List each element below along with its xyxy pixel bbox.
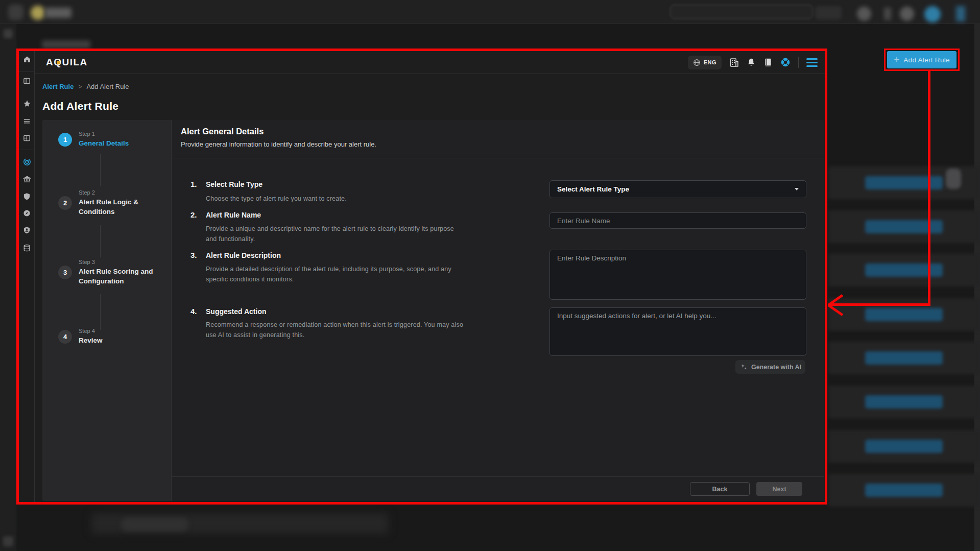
step-label: Step 1: [79, 131, 158, 137]
step-title: Review: [79, 336, 158, 345]
stepper-connector: [100, 225, 101, 257]
logo-part: A: [46, 57, 54, 68]
blurred-avatar: [924, 6, 941, 22]
item-description: Provide a detailed description of the al…: [206, 264, 464, 284]
blurred-table-row: [828, 386, 980, 418]
sidebar-divider: [19, 150, 35, 150]
breadcrumb-alert-rule[interactable]: Alert Rule: [42, 83, 74, 90]
item-number: 3.: [190, 251, 197, 259]
rule-name-input[interactable]: [549, 212, 806, 229]
annotation-highlight-rect: [884, 49, 960, 71]
step-number-badge: 1: [58, 133, 72, 147]
item-label-rule-type: Select Rule Type: [206, 180, 262, 188]
sidebar-item-compliance[interactable]: [19, 206, 35, 220]
sidebar-item-identity[interactable]: [19, 223, 35, 236]
home-icon: [23, 55, 31, 63]
modal-icon-sidebar: [19, 51, 35, 502]
item-description: Provide a unique and descriptive name fo…: [206, 224, 464, 244]
suggested-action-textarea[interactable]: [549, 307, 806, 356]
dashboard-grid-icon: [23, 134, 31, 142]
back-button[interactable]: Back: [690, 482, 750, 496]
background-sidebar: [0, 24, 16, 551]
sidebar-item-list[interactable]: [19, 114, 35, 128]
rule-description-textarea[interactable]: [549, 250, 806, 300]
sidebar-item-panels[interactable]: [19, 74, 35, 87]
sidebar-item-favorites[interactable]: [19, 97, 35, 110]
sidebar-item-alert-rules-active[interactable]: [19, 155, 35, 169]
sidebar-item-data[interactable]: [19, 241, 35, 254]
wizard-footer: Back Next: [172, 476, 824, 501]
blurred-table-row: [828, 430, 980, 463]
logo-q-with-eye: Q: [54, 57, 62, 68]
blurred-table-row: [828, 254, 980, 286]
form-title: Alert General Details: [181, 127, 264, 136]
layout-panel-icon: [23, 77, 31, 85]
blurred-blue-action: [865, 395, 943, 409]
step-label: Step 4: [79, 328, 158, 334]
item-number: 4.: [190, 307, 197, 316]
breadcrumb: Alert Rule > Add Alert Rule: [42, 83, 129, 90]
item-description: Choose the type of alert rule you want t…: [206, 194, 464, 204]
item-description: Recommend a response or remediation acti…: [206, 320, 464, 340]
item-label-rule-description: Alert Rule Description: [206, 251, 281, 259]
generate-with-ai-label: Generate with AI: [751, 364, 801, 371]
menu-icon[interactable]: [806, 58, 818, 67]
blurred-table-row: [828, 342, 980, 374]
blurred-toolbar-pill: [815, 6, 842, 19]
modal-header: AQUILA ENG: [35, 51, 825, 74]
ai-sparkle-icon: [739, 363, 748, 371]
organization-icon[interactable]: [729, 58, 739, 67]
sidebar-item-security[interactable]: [19, 189, 35, 203]
generate-with-ai-button[interactable]: Generate with AI: [735, 360, 805, 374]
blurred-logo-text: [45, 8, 71, 18]
item-label-suggested-action: Suggested Action: [206, 307, 267, 316]
sidebar-item-home[interactable]: [19, 53, 35, 66]
blurred-logo-mark: [31, 6, 45, 20]
step-title: Alert Rule Logic & Conditions: [79, 197, 158, 217]
user-shield-icon: [23, 226, 31, 234]
blurred-menu-icon: [8, 5, 23, 20]
sidebar-item-institution[interactable]: [19, 173, 35, 186]
blurred-tab: [42, 40, 90, 49]
chevron-down-icon: [795, 188, 799, 190]
stepper-step-3[interactable]: 3 Step 3 Alert Rule Scoring and Configur…: [58, 259, 158, 286]
shield-icon: [23, 193, 31, 200]
step-title: Alert Rule Scoring and Configuration: [79, 267, 158, 286]
blurred-scroll-thumb: [946, 169, 961, 189]
sidebar-item-dashboard[interactable]: [19, 131, 35, 145]
wizard-stepper: 1 Step 1 General Details 2 Step 2 Alert …: [42, 120, 172, 501]
blurred-toolbar-icon: [857, 7, 871, 21]
background-scrollbar-track: [974, 24, 980, 551]
star-icon: [23, 100, 31, 108]
add-alert-rule-modal: AQUILA ENG Alert Rule > Add Alert Rule A…: [16, 49, 827, 505]
blurred-table-row: [828, 474, 980, 507]
language-selector[interactable]: ENG: [688, 56, 722, 69]
wizard-card: 1 Step 1 General Details 2 Step 2 Alert …: [42, 120, 824, 501]
radar-target-icon: [23, 158, 31, 166]
next-button[interactable]: Next: [756, 482, 802, 496]
aquila-logo: AQUILA: [46, 57, 88, 68]
support-lifering-icon[interactable]: [780, 57, 791, 67]
blurred-sidebar-icon: [3, 536, 13, 546]
language-label: ENG: [704, 59, 716, 65]
step-label: Step 2: [79, 189, 158, 196]
blurred-blue-action: [865, 440, 943, 453]
blurred-blue-action: [865, 220, 943, 233]
background-topbar: [0, 0, 980, 24]
blurred-footer-pill: [121, 518, 188, 531]
logo-part: UILA: [62, 57, 88, 68]
docs-book-icon[interactable]: [763, 58, 773, 67]
menu-list-icon: [23, 117, 31, 125]
page-title: Add Alert Rule: [42, 100, 118, 112]
stepper-step-1[interactable]: 1 Step 1 General Details: [58, 131, 158, 148]
item-label-rule-name: Alert Rule Name: [206, 211, 261, 219]
sidebar-divider: [19, 71, 35, 72]
blurred-toolbar-icon: [900, 7, 914, 21]
bank-icon: [23, 175, 31, 183]
globe-icon: [693, 59, 701, 66]
rule-type-select[interactable]: Select Alert Rule Type: [549, 180, 806, 198]
notifications-bell-icon[interactable]: [747, 58, 756, 67]
blurred-blue-action: [865, 176, 943, 189]
stepper-step-4[interactable]: 4 Step 4 Review: [58, 328, 158, 345]
stepper-step-2[interactable]: 2 Step 2 Alert Rule Logic & Conditions: [58, 189, 158, 217]
